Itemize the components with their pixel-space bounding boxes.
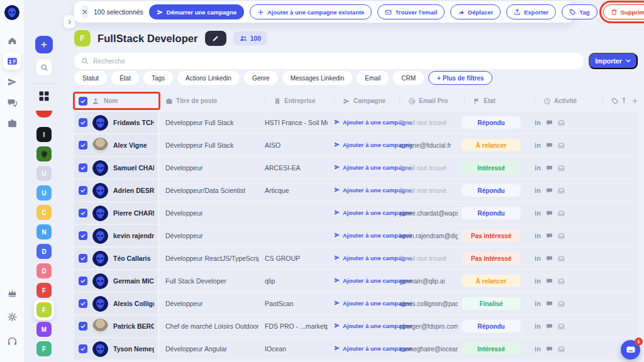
select-all-checkbox[interactable] [79, 97, 87, 106]
list-avatar-f-9[interactable]: F [34, 300, 54, 320]
status-badge[interactable]: À relancer [462, 139, 521, 151]
sidebar-item-crown[interactable] [3, 283, 21, 301]
prospect-alien-avatar[interactable] [92, 251, 108, 266]
table-row[interactable]: Téo CallarisDéveloppeur ReactJS/TypeScri… [74, 248, 638, 269]
sidebar-item-idcard[interactable] [3, 52, 21, 70]
row-checkbox[interactable] [79, 254, 87, 263]
list-avatar-i-0[interactable]: I [34, 124, 54, 145]
linkedin-icon[interactable]: in [535, 255, 541, 262]
delete-button[interactable]: Supprimer [603, 4, 644, 19]
column-header-campagne[interactable]: Campagne [328, 97, 393, 105]
inbox-icon[interactable] [558, 210, 565, 217]
bubble-icon[interactable] [546, 255, 553, 262]
prospect-photo-avatar[interactable] [92, 138, 108, 153]
column-header-tags[interactable]: Tags [596, 97, 625, 105]
inbox-icon[interactable] [558, 300, 565, 307]
row-checkbox[interactable] [79, 344, 87, 353]
filter-pill-etat[interactable]: État [111, 71, 139, 85]
list-avatar-c-4[interactable]: C [34, 202, 54, 222]
prospect-alien-avatar[interactable] [92, 115, 108, 131]
support-chat-button[interactable]: 1 [621, 340, 640, 359]
linkedin-icon[interactable]: in [535, 142, 541, 149]
table-row[interactable]: Patrick BERGERChef de marché Loisirs Out… [74, 315, 638, 337]
linkedin-icon[interactable]: in [535, 233, 541, 239]
table-row[interactable]: kevin rajendramDéveloppeurAjouter à une … [74, 225, 638, 246]
filter-pill-actions-linkedin[interactable]: Actions Linkedin [177, 71, 240, 85]
table-row[interactable]: Adrien DESROSESDéveloppeur/Data Scientis… [74, 180, 638, 201]
column-header-nom[interactable]: Nom [74, 93, 159, 109]
linkedin-icon[interactable]: in [535, 165, 541, 172]
inbox-icon[interactable] [558, 119, 565, 126]
column-header-activite[interactable]: Activité [528, 97, 596, 105]
list-avatar-f-8[interactable]: F [34, 280, 54, 300]
linkedin-icon[interactable]: in [535, 210, 541, 217]
find-email-button[interactable]: Trouver l'email [377, 4, 445, 19]
bubble-icon[interactable] [546, 210, 553, 217]
prospect-alien-avatar[interactable] [92, 296, 108, 312]
list-logo-red-arc[interactable] [36, 111, 52, 118]
filter-pill-statut[interactable]: Statut [74, 71, 107, 85]
list-avatar-f-11[interactable]: F [34, 339, 54, 359]
status-badge[interactable]: Répondu [462, 184, 521, 197]
more-filters-button[interactable]: + Plus de filtres [428, 71, 492, 85]
status-badge[interactable]: Répondu [462, 116, 521, 129]
prospect-alien-avatar[interactable] [92, 160, 108, 176]
sidebar-item-gear[interactable] [3, 308, 21, 326]
add-to-existing-campaign-button[interactable]: Ajouter à une campagne existante [250, 4, 372, 19]
linkedin-icon[interactable]: in [535, 323, 541, 330]
linkedin-icon[interactable]: in [535, 278, 541, 285]
filter-pill-crm[interactable]: CRM [393, 71, 424, 85]
bubble-icon[interactable] [546, 233, 553, 239]
sidebar-item-chat[interactable] [3, 94, 21, 111]
filter-pill-messages-linkedin[interactable]: Messages Linkedin [282, 71, 353, 85]
bubble-icon[interactable] [546, 278, 553, 285]
linkedin-icon[interactable]: in [535, 300, 541, 307]
list-avatar-m-10[interactable]: M [34, 319, 54, 339]
inbox-icon[interactable] [558, 165, 565, 172]
status-badge[interactable]: Pas intéressé [462, 252, 521, 265]
row-checkbox[interactable] [79, 163, 87, 172]
row-checkbox[interactable] [79, 277, 87, 285]
table-row[interactable]: Fridawis TCHABODIDéveloppeur Full StackH… [74, 112, 638, 133]
row-checkbox[interactable] [79, 186, 87, 195]
status-badge[interactable]: Répondu [462, 320, 521, 332]
table-row[interactable]: Alexis CollignonDéveloppeurPaotScanAjout… [74, 293, 638, 314]
search-lists-button[interactable] [35, 58, 53, 76]
filter-pill-genre[interactable]: Genre [244, 71, 278, 85]
column-header-titre-de-poste[interactable]: Titre de poste [159, 97, 258, 105]
status-badge[interactable]: Intéressé [462, 343, 521, 355]
start-campaign-button[interactable]: Démarrer une campagne [149, 4, 244, 19]
table-row[interactable]: Germain MICHAUDFull Stack DeveloperqlipA… [74, 270, 638, 292]
clear-selection-button[interactable] [82, 5, 88, 19]
bubble-icon[interactable] [546, 119, 553, 126]
inbox-icon[interactable] [558, 346, 565, 353]
tag-button[interactable]: Tag [562, 4, 597, 19]
inbox-icon[interactable] [558, 233, 565, 239]
bubble-icon[interactable] [546, 323, 553, 330]
bubble-icon[interactable] [546, 346, 553, 353]
row-checkbox[interactable] [79, 231, 87, 240]
bubble-icon[interactable] [546, 187, 553, 194]
prospect-alien-avatar[interactable] [92, 228, 108, 244]
column-header-etat[interactable]: État [458, 97, 528, 105]
status-badge[interactable]: À relancer [462, 275, 521, 287]
prospect-photo-avatar[interactable] [92, 319, 108, 334]
list-avatar-u-3[interactable]: U [34, 183, 54, 203]
bubble-icon[interactable] [546, 142, 553, 149]
column-header-email-pro[interactable]: Email Pro [393, 97, 458, 105]
user-avatar[interactable] [4, 5, 19, 20]
add-column-button[interactable] [625, 97, 638, 104]
inbox-icon[interactable] [558, 255, 565, 262]
edit-list-button[interactable] [205, 31, 226, 46]
inbox-icon[interactable] [558, 142, 565, 149]
bubble-icon[interactable] [546, 300, 553, 307]
export-button[interactable]: Exporter [506, 4, 556, 19]
linkedin-icon[interactable]: in [535, 119, 541, 126]
status-badge[interactable]: Pas intéressé [462, 229, 521, 242]
sidebar-item-headset[interactable] [3, 332, 21, 350]
prospect-alien-avatar[interactable] [92, 183, 108, 199]
column-header-entreprise[interactable]: Entreprise [258, 97, 328, 105]
filter-pill-email[interactable]: Email [357, 71, 389, 85]
prospect-alien-avatar[interactable] [92, 206, 108, 221]
table-row[interactable]: Tyson NemeghaireDéveloppeur AngularIOcea… [74, 338, 638, 359]
